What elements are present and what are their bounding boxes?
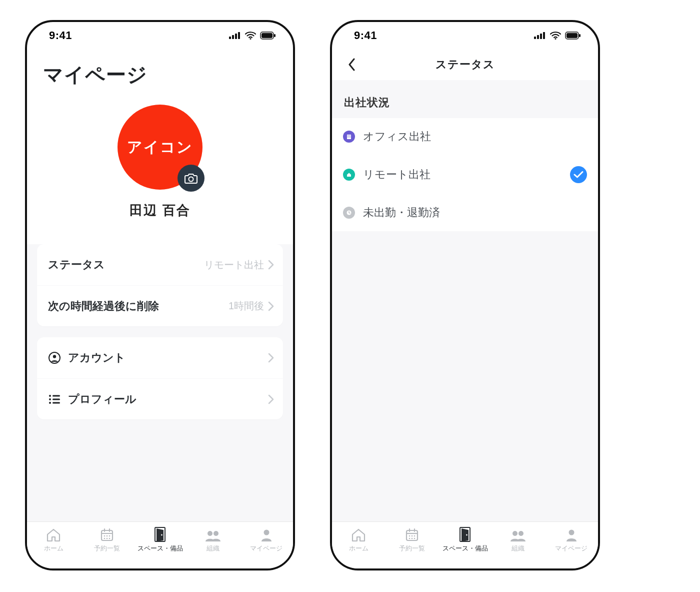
cellular-icon xyxy=(229,32,241,39)
svg-point-53 xyxy=(408,538,410,539)
tab-mypage[interactable]: マイページ xyxy=(545,527,598,553)
account-row[interactable]: アカウント xyxy=(37,337,283,378)
wifi-icon xyxy=(550,32,561,40)
status-row[interactable]: ステータス リモート出社 xyxy=(37,244,283,285)
building-icon xyxy=(343,131,355,143)
tab-org-label: 組織 xyxy=(206,544,220,553)
svg-rect-42 xyxy=(350,136,350,137)
status-bar: 9:41 xyxy=(332,22,598,49)
status-time: 9:41 xyxy=(49,29,72,42)
chevron-left-icon xyxy=(348,58,356,71)
tab-home-label: ホーム xyxy=(349,544,368,553)
status-card: ステータス リモート出社 次の時間経過後に削除 1時間後 xyxy=(37,244,283,326)
tab-reservations[interactable]: 予約一覧 xyxy=(80,527,133,553)
door-icon xyxy=(460,527,470,542)
page-title: マイページ xyxy=(27,49,293,95)
svg-point-15 xyxy=(49,402,51,404)
home-icon xyxy=(46,527,61,542)
tab-home[interactable]: ホーム xyxy=(332,527,385,553)
svg-point-13 xyxy=(49,398,51,400)
svg-point-21 xyxy=(104,535,105,537)
status-options: オフィス出社 リモート出社 xyxy=(332,118,598,231)
svg-point-60 xyxy=(568,530,574,535)
svg-rect-12 xyxy=(52,395,60,396)
svg-rect-38 xyxy=(566,33,578,38)
tab-mypage-label: マイページ xyxy=(555,544,588,553)
chevron-right-icon xyxy=(268,394,274,404)
svg-rect-14 xyxy=(52,398,60,400)
tab-reservations-label: 予約一覧 xyxy=(94,544,120,553)
option-remote[interactable]: リモート出社 xyxy=(332,155,598,194)
door-icon xyxy=(154,527,166,542)
svg-rect-3 xyxy=(238,32,240,39)
phone-mypage: 9:41 マイページ アイコン xyxy=(25,20,295,570)
clear-after-value: 1時間後 xyxy=(228,299,264,313)
avatar[interactable]: アイコン xyxy=(118,105,202,190)
svg-rect-35 xyxy=(543,32,545,39)
tab-home[interactable]: ホーム xyxy=(27,527,80,553)
svg-point-54 xyxy=(411,538,412,539)
camera-icon xyxy=(184,173,198,184)
tab-reservations[interactable]: 予約一覧 xyxy=(385,527,438,553)
profile-row[interactable]: プロフィール xyxy=(37,378,283,419)
chevron-right-icon xyxy=(268,353,274,363)
tab-mypage-label: マイページ xyxy=(250,544,282,553)
edit-avatar-button[interactable] xyxy=(178,165,204,192)
svg-point-26 xyxy=(108,538,110,539)
battery-icon xyxy=(260,32,276,40)
tab-spaces[interactable]: スペース・備品 xyxy=(134,527,186,553)
account-label: アカウント xyxy=(68,350,126,365)
svg-point-58 xyxy=(512,531,518,536)
tab-home-label: ホーム xyxy=(44,544,64,553)
clock-icon xyxy=(343,207,355,219)
clear-after-label: 次の時間経過後に削除 xyxy=(48,299,159,314)
list-icon xyxy=(48,394,61,404)
svg-point-59 xyxy=(518,531,524,536)
profile-label: プロフィール xyxy=(68,392,136,407)
svg-point-23 xyxy=(108,535,110,537)
calendar-icon xyxy=(405,527,419,542)
svg-point-30 xyxy=(214,531,218,536)
account-icon xyxy=(48,352,61,364)
option-remote-label: リモート出社 xyxy=(363,167,430,182)
tab-spaces[interactable]: スペース・備品 xyxy=(438,527,492,553)
clear-after-row[interactable]: 次の時間経過後に削除 1時間後 xyxy=(37,285,283,326)
svg-rect-7 xyxy=(274,34,276,37)
svg-point-28 xyxy=(161,534,162,536)
wifi-icon xyxy=(245,32,256,40)
svg-rect-44 xyxy=(350,137,350,138)
svg-rect-0 xyxy=(229,37,231,39)
svg-point-31 xyxy=(264,530,269,535)
svg-rect-34 xyxy=(540,34,542,39)
section-label: 出社状況 xyxy=(332,80,598,118)
svg-point-36 xyxy=(555,38,556,40)
svg-rect-2 xyxy=(235,34,237,39)
person-icon xyxy=(260,527,272,542)
svg-rect-1 xyxy=(232,35,234,39)
svg-rect-32 xyxy=(534,37,536,39)
svg-point-25 xyxy=(106,538,108,539)
tab-spaces-label: スペース・備品 xyxy=(442,544,488,553)
svg-point-22 xyxy=(106,535,108,537)
tab-org[interactable]: 組織 xyxy=(186,527,240,553)
svg-rect-16 xyxy=(52,402,60,403)
option-office[interactable]: オフィス出社 xyxy=(332,118,598,155)
tab-bar: ホーム 予約一覧 スペース・備品 xyxy=(332,521,598,568)
svg-rect-41 xyxy=(348,136,349,137)
chevron-right-icon xyxy=(268,260,274,270)
status-indicators xyxy=(534,32,581,40)
tab-mypage[interactable]: マイページ xyxy=(240,527,293,553)
svg-point-24 xyxy=(104,538,105,539)
header-title: ステータス xyxy=(436,57,495,72)
svg-point-51 xyxy=(411,535,412,537)
home-small-icon xyxy=(343,169,355,181)
option-away[interactable]: 未出勤・退勤済 xyxy=(332,194,598,231)
back-button[interactable] xyxy=(342,55,362,75)
status-value: リモート出社 xyxy=(204,258,264,272)
status-label: ステータス xyxy=(48,257,105,272)
svg-point-57 xyxy=(466,534,468,536)
tab-org[interactable]: 組織 xyxy=(492,527,544,553)
header: ステータス xyxy=(332,49,598,80)
option-office-label: オフィス出社 xyxy=(363,129,431,144)
chevron-right-icon xyxy=(268,301,274,311)
